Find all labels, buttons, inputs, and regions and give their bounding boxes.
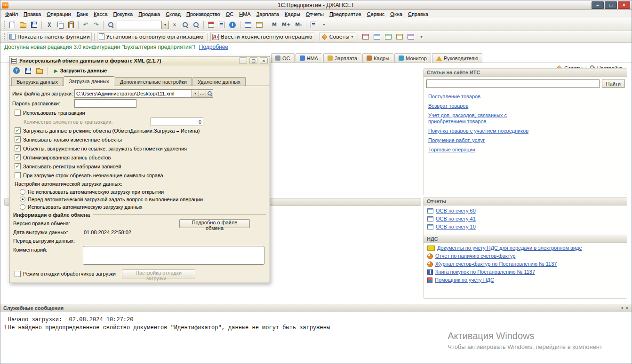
dialog-help-button[interactable]: ?	[11, 66, 22, 75]
menu-item[interactable]: Файл	[2, 10, 21, 18]
radio-unselected[interactable]	[20, 189, 25, 195]
checkbox-checked[interactable]	[15, 145, 21, 151]
copy-button[interactable]	[55, 20, 65, 30]
file-browse-button[interactable]: ...	[199, 89, 206, 98]
window-titlebar[interactable]: 1С 1С:Предприятие - ДЖАПСЕТ – □ ×	[0, 0, 632, 10]
table-view-button[interactable]	[243, 20, 253, 30]
menu-item[interactable]: Отчеты	[303, 10, 327, 18]
file-name-input[interactable]	[74, 89, 192, 98]
load-data-button[interactable]: ▶ Загрузить данные	[51, 67, 110, 74]
menu-item[interactable]: Операции	[44, 10, 73, 18]
trim-right-option[interactable]: При загрузке строк обрезать незначащие с…	[12, 171, 267, 180]
show-function-panel-button[interactable]: Показать панель функций	[8, 32, 92, 41]
table-sum-button[interactable]	[254, 20, 264, 30]
info-button[interactable]: i	[227, 20, 238, 30]
nds-link[interactable]: Книга покупок по Постановлению № 1137	[435, 269, 535, 275]
nds-link-row[interactable]: Книга покупок по Постановлению № 1137	[427, 269, 623, 275]
desktop-tab[interactable]: ОС	[271, 53, 295, 63]
register-sets-option[interactable]: Записывать регистры наборами записей	[12, 162, 267, 171]
no-auto-load-option[interactable]: Не использовать автоматическую загрузку …	[12, 188, 267, 196]
table-tool-button-1[interactable]	[360, 32, 371, 41]
dialog-close-button[interactable]: ×	[260, 57, 268, 64]
auto-load-option[interactable]: Использовать автоматическую загрузку дан…	[12, 203, 267, 211]
find-dropdown-button[interactable]: ▼	[162, 21, 169, 29]
set-main-org-button[interactable]: Установить основную организацию	[97, 32, 206, 41]
desktop-tab[interactable]: Монитор	[394, 53, 431, 63]
menu-item[interactable]: Сервис	[364, 10, 388, 18]
menu-item[interactable]: Касса	[91, 10, 111, 18]
table-tool-button-2[interactable]	[372, 32, 382, 41]
calendar-button[interactable]	[206, 20, 216, 30]
tips-button[interactable]: Советы ▾	[320, 32, 355, 41]
menu-item[interactable]: НМА	[236, 10, 253, 18]
transaction-count-input[interactable]	[151, 118, 203, 126]
its-article-link[interactable]: Торговые операции	[428, 147, 539, 153]
restore-settings-button[interactable]	[34, 66, 45, 75]
redo-button[interactable]: ↷	[91, 20, 101, 30]
find-next-button[interactable]	[180, 20, 190, 30]
toolbar-overflow-button[interactable]: ▾	[319, 20, 328, 30]
close-icon[interactable]: ×	[625, 306, 629, 310]
close-button[interactable]: ×	[618, 1, 630, 9]
its-article-link[interactable]: Покупка товаров с участием посредников	[428, 128, 539, 134]
menu-item[interactable]: Производство	[184, 10, 223, 18]
menu-item[interactable]: Правка	[21, 10, 44, 18]
its-article-link[interactable]: Возврат товаров	[428, 103, 539, 109]
comment-textarea[interactable]	[83, 246, 264, 265]
desktop-tab[interactable]: Руководителю	[432, 53, 482, 63]
report-link-row[interactable]: ОСВ по счету 41	[427, 216, 623, 222]
dialog-minimize-button[interactable]: –	[239, 57, 247, 64]
undo-button[interactable]: ↶	[81, 20, 90, 30]
maximize-button[interactable]: □	[605, 1, 617, 9]
desktop-tab[interactable]: НМА	[296, 53, 322, 63]
notice-details-link[interactable]: Подробнее	[199, 44, 228, 50]
minimize-button[interactable]: –	[592, 1, 604, 9]
paste-button[interactable]	[66, 20, 76, 30]
enter-operation-button[interactable]: Дт Ввести хозяйственную операцию	[210, 32, 314, 41]
message-row[interactable]: ! Не найдено предопределенное свойство д…	[2, 324, 630, 332]
cut-button[interactable]	[44, 20, 54, 30]
report-link[interactable]: ОСВ по счету 60	[436, 208, 476, 214]
toolbar-grip[interactable]	[4, 33, 5, 40]
message-row[interactable]: Начало загрузки: 02.08.2024 10:27:20	[2, 316, 630, 324]
find-prev-button[interactable]	[191, 20, 201, 30]
checkbox-checked[interactable]	[15, 136, 21, 142]
checkbox-unchecked[interactable]	[15, 172, 21, 178]
radio-unselected[interactable]	[20, 204, 25, 210]
menu-item[interactable]: Склад	[163, 10, 184, 18]
its-article-link[interactable]: Поступление товаров	[428, 94, 539, 100]
dialog-titlebar[interactable]: Универсальный обмен данными в формате XM…	[9, 56, 270, 65]
table-tool-button-5[interactable]	[406, 32, 416, 41]
checkbox-unchecked[interactable]	[15, 271, 21, 277]
nds-link[interactable]: Отчет по наличию счетов-фактур	[435, 253, 515, 259]
nds-link-row[interactable]: Помощник по учету НДС	[427, 277, 623, 283]
menu-item[interactable]: ОС	[223, 10, 237, 18]
dialog-tab[interactable]: Дополнительные настройки	[115, 77, 192, 86]
nds-link-row[interactable]: Документы по учету НДС для передачи в эл…	[427, 245, 623, 251]
report-link[interactable]: ОСВ по счету 41	[436, 216, 476, 222]
memory-button[interactable]: М+	[280, 20, 292, 30]
file-open-button[interactable]	[206, 89, 213, 98]
menu-item[interactable]: Зарплата	[254, 10, 282, 18]
report-link-row[interactable]: ОСВ по счету 60	[427, 208, 623, 214]
menu-item[interactable]: Окна	[387, 10, 405, 18]
password-input[interactable]	[74, 99, 136, 108]
desktop-tab[interactable]: Кадры	[362, 53, 393, 63]
find-input[interactable]	[117, 21, 162, 29]
write-changed-only-option[interactable]: Записывать только измененные объекты	[12, 135, 267, 144]
table-tool-button-3[interactable]	[383, 32, 393, 41]
file-details-button[interactable]: Подробно о файле обмена	[179, 219, 250, 228]
nds-link[interactable]: Журнал счетов-фактур по Постановлению № …	[435, 261, 557, 267]
nds-link-row[interactable]: Журнал счетов-фактур по Постановлению № …	[427, 261, 623, 267]
nds-link-row[interactable]: Отчет по наличию счетов-фактур	[427, 253, 623, 259]
table-tool-button-4[interactable]	[394, 32, 405, 41]
menu-item[interactable]: Банк	[74, 10, 91, 18]
no-deletion-mark-option[interactable]: Объекты, выгруженные по ссылке, загружат…	[12, 144, 267, 153]
collapse-icon[interactable]: ▾	[621, 306, 624, 310]
nds-link[interactable]: Документы по учету НДС для передачи в эл…	[437, 245, 582, 251]
ask-before-load-option[interactable]: Перед автоматической загрузкой задать во…	[12, 196, 267, 203]
checkbox-checked[interactable]	[15, 163, 21, 169]
report-link-row[interactable]: ОСВ по счету 10	[427, 224, 623, 230]
memory-button[interactable]: М-	[293, 20, 304, 30]
dialog-maximize-button[interactable]: □	[249, 57, 257, 64]
